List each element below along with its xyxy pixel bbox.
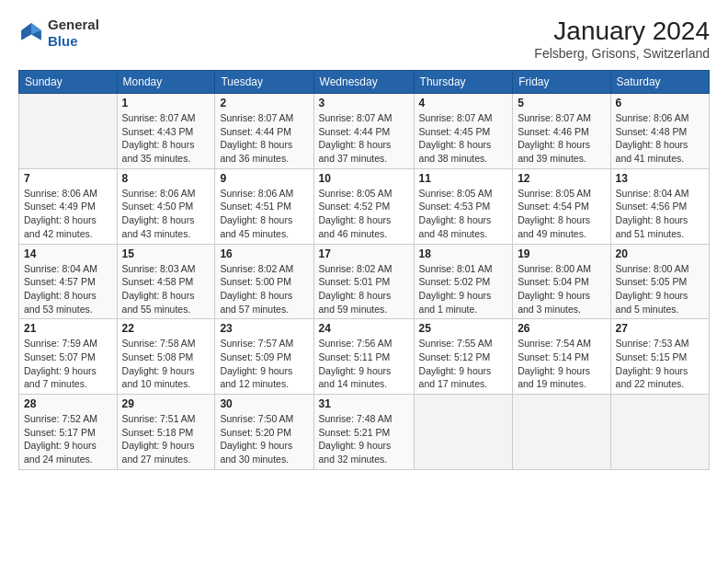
- calendar-day-cell: 1Sunrise: 8:07 AMSunset: 4:43 PMDaylight…: [117, 94, 215, 169]
- day-detail: Sunrise: 7:59 AMSunset: 5:07 PMDaylight:…: [24, 337, 112, 391]
- calendar-day-cell: 20Sunrise: 8:00 AMSunset: 5:05 PMDayligh…: [610, 244, 709, 319]
- calendar-day-cell: 9Sunrise: 8:06 AMSunset: 4:51 PMDaylight…: [215, 168, 313, 244]
- calendar-day-cell: [414, 395, 513, 470]
- day-number: 3: [319, 97, 409, 109]
- day-number: 31: [319, 397, 409, 410]
- day-detail: Sunrise: 8:06 AMSunset: 4:48 PMDaylight:…: [616, 111, 704, 166]
- day-number: 30: [220, 397, 308, 410]
- day-number: 4: [419, 97, 508, 109]
- day-detail: Sunrise: 8:07 AMSunset: 4:46 PMDaylight:…: [518, 111, 605, 166]
- calendar-day-cell: [19, 94, 118, 169]
- day-detail: Sunrise: 8:06 AMSunset: 4:49 PMDaylight:…: [24, 187, 112, 241]
- calendar-day-cell: 14Sunrise: 8:04 AMSunset: 4:57 PMDayligh…: [19, 244, 118, 319]
- day-number: 20: [616, 247, 704, 260]
- day-number: 28: [24, 397, 112, 410]
- calendar-day-cell: 28Sunrise: 7:52 AMSunset: 5:17 PMDayligh…: [19, 395, 118, 470]
- day-number: 24: [319, 322, 409, 335]
- calendar-week-row: 28Sunrise: 7:52 AMSunset: 5:17 PMDayligh…: [19, 395, 710, 470]
- day-detail: Sunrise: 8:05 AMSunset: 4:52 PMDaylight:…: [319, 187, 409, 241]
- day-detail: Sunrise: 8:00 AMSunset: 5:05 PMDaylight:…: [616, 262, 704, 316]
- day-of-week-header: Thursday: [414, 71, 513, 94]
- day-detail: Sunrise: 7:58 AMSunset: 5:08 PMDaylight:…: [122, 337, 210, 391]
- day-detail: Sunrise: 7:52 AMSunset: 5:17 PMDaylight:…: [24, 412, 112, 466]
- day-number: 10: [319, 172, 409, 185]
- calendar-week-row: 14Sunrise: 8:04 AMSunset: 4:57 PMDayligh…: [19, 244, 710, 319]
- calendar-day-cell: 21Sunrise: 7:59 AMSunset: 5:07 PMDayligh…: [19, 319, 118, 395]
- title-block: January 2024 Felsberg, Grisons, Switzerl…: [534, 17, 710, 61]
- day-detail: Sunrise: 8:07 AMSunset: 4:44 PMDaylight:…: [220, 111, 308, 166]
- day-detail: Sunrise: 8:05 AMSunset: 4:53 PMDaylight:…: [419, 187, 508, 241]
- day-number: 6: [616, 97, 704, 109]
- day-number: 18: [419, 247, 508, 260]
- day-number: 7: [24, 172, 112, 185]
- day-detail: Sunrise: 7:57 AMSunset: 5:09 PMDaylight:…: [220, 337, 308, 391]
- day-number: 14: [24, 247, 112, 260]
- calendar-day-cell: 4Sunrise: 8:07 AMSunset: 4:45 PMDaylight…: [414, 94, 513, 169]
- day-number: 1: [122, 97, 210, 109]
- day-detail: Sunrise: 7:50 AMSunset: 5:20 PMDaylight:…: [220, 412, 308, 466]
- day-number: 12: [518, 172, 605, 185]
- day-number: 17: [319, 247, 409, 260]
- calendar-day-cell: 31Sunrise: 7:48 AMSunset: 5:21 PMDayligh…: [313, 395, 414, 470]
- logo-icon: [18, 20, 44, 46]
- calendar-day-cell: 7Sunrise: 8:06 AMSunset: 4:49 PMDaylight…: [19, 168, 118, 244]
- day-detail: Sunrise: 8:01 AMSunset: 5:02 PMDaylight:…: [419, 262, 508, 316]
- day-detail: Sunrise: 7:54 AMSunset: 5:14 PMDaylight:…: [518, 337, 605, 391]
- day-number: 23: [220, 322, 308, 335]
- calendar-day-cell: 26Sunrise: 7:54 AMSunset: 5:14 PMDayligh…: [513, 319, 610, 395]
- day-number: 2: [220, 97, 308, 109]
- calendar-day-cell: 8Sunrise: 8:06 AMSunset: 4:50 PMDaylight…: [117, 168, 215, 244]
- calendar-day-cell: 17Sunrise: 8:02 AMSunset: 5:01 PMDayligh…: [313, 244, 414, 319]
- day-number: 25: [419, 322, 508, 335]
- day-number: 9: [220, 172, 308, 185]
- day-detail: Sunrise: 7:53 AMSunset: 5:15 PMDaylight:…: [616, 337, 704, 391]
- calendar-day-cell: 30Sunrise: 7:50 AMSunset: 5:20 PMDayligh…: [215, 395, 313, 470]
- calendar-day-cell: 13Sunrise: 8:04 AMSunset: 4:56 PMDayligh…: [610, 168, 709, 244]
- day-of-week-header: Tuesday: [215, 71, 313, 94]
- calendar-day-cell: 10Sunrise: 8:05 AMSunset: 4:52 PMDayligh…: [313, 168, 414, 244]
- day-detail: Sunrise: 8:06 AMSunset: 4:50 PMDaylight:…: [122, 187, 210, 241]
- calendar-day-cell: 25Sunrise: 7:55 AMSunset: 5:12 PMDayligh…: [414, 319, 513, 395]
- day-number: 29: [122, 397, 210, 410]
- day-detail: Sunrise: 8:04 AMSunset: 4:57 PMDaylight:…: [24, 262, 112, 316]
- calendar-subtitle: Felsberg, Grisons, Switzerland: [534, 46, 710, 61]
- day-detail: Sunrise: 8:03 AMSunset: 4:58 PMDaylight:…: [122, 262, 210, 316]
- calendar-day-cell: 16Sunrise: 8:02 AMSunset: 5:00 PMDayligh…: [215, 244, 313, 319]
- day-number: 21: [24, 322, 112, 335]
- calendar-day-cell: 29Sunrise: 7:51 AMSunset: 5:18 PMDayligh…: [117, 395, 215, 470]
- day-of-week-header: Wednesday: [313, 71, 414, 94]
- calendar-day-cell: 24Sunrise: 7:56 AMSunset: 5:11 PMDayligh…: [313, 319, 414, 395]
- calendar-day-cell: 19Sunrise: 8:00 AMSunset: 5:04 PMDayligh…: [513, 244, 610, 319]
- calendar-day-cell: 6Sunrise: 8:06 AMSunset: 4:48 PMDaylight…: [610, 94, 709, 169]
- calendar-day-cell: 11Sunrise: 8:05 AMSunset: 4:53 PMDayligh…: [414, 168, 513, 244]
- day-detail: Sunrise: 8:02 AMSunset: 5:01 PMDaylight:…: [319, 262, 409, 316]
- day-number: 5: [518, 97, 605, 109]
- day-detail: Sunrise: 8:06 AMSunset: 4:51 PMDaylight:…: [220, 187, 308, 241]
- day-number: 16: [220, 247, 308, 260]
- day-number: 15: [122, 247, 210, 260]
- day-detail: Sunrise: 8:07 AMSunset: 4:45 PMDaylight:…: [419, 111, 508, 166]
- day-detail: Sunrise: 8:05 AMSunset: 4:54 PMDaylight:…: [518, 187, 605, 241]
- day-of-week-header: Monday: [117, 71, 215, 94]
- day-of-week-header: Saturday: [610, 71, 709, 94]
- day-number: 19: [518, 247, 605, 260]
- calendar-day-cell: 15Sunrise: 8:03 AMSunset: 4:58 PMDayligh…: [117, 244, 215, 319]
- day-detail: Sunrise: 8:02 AMSunset: 5:00 PMDaylight:…: [220, 262, 308, 316]
- calendar-day-cell: 18Sunrise: 8:01 AMSunset: 5:02 PMDayligh…: [414, 244, 513, 319]
- calendar-day-cell: [610, 395, 709, 470]
- calendar-day-cell: 23Sunrise: 7:57 AMSunset: 5:09 PMDayligh…: [215, 319, 313, 395]
- day-detail: Sunrise: 8:07 AMSunset: 4:43 PMDaylight:…: [122, 111, 210, 166]
- calendar-header-row: SundayMondayTuesdayWednesdayThursdayFrid…: [19, 71, 710, 94]
- day-detail: Sunrise: 7:51 AMSunset: 5:18 PMDaylight:…: [122, 412, 210, 466]
- calendar-day-cell: 2Sunrise: 8:07 AMSunset: 4:44 PMDaylight…: [215, 94, 313, 169]
- day-number: 22: [122, 322, 210, 335]
- calendar-week-row: 7Sunrise: 8:06 AMSunset: 4:49 PMDaylight…: [19, 168, 710, 244]
- calendar-day-cell: 5Sunrise: 8:07 AMSunset: 4:46 PMDaylight…: [513, 94, 610, 169]
- calendar-table: SundayMondayTuesdayWednesdayThursdayFrid…: [18, 70, 710, 470]
- calendar-title: January 2024: [534, 17, 710, 46]
- day-number: 13: [616, 172, 704, 185]
- calendar-day-cell: 27Sunrise: 7:53 AMSunset: 5:15 PMDayligh…: [610, 319, 709, 395]
- day-detail: Sunrise: 7:48 AMSunset: 5:21 PMDaylight:…: [319, 412, 409, 466]
- calendar-week-row: 21Sunrise: 7:59 AMSunset: 5:07 PMDayligh…: [19, 319, 710, 395]
- header: General Blue January 2024 Felsberg, Gris…: [18, 17, 710, 61]
